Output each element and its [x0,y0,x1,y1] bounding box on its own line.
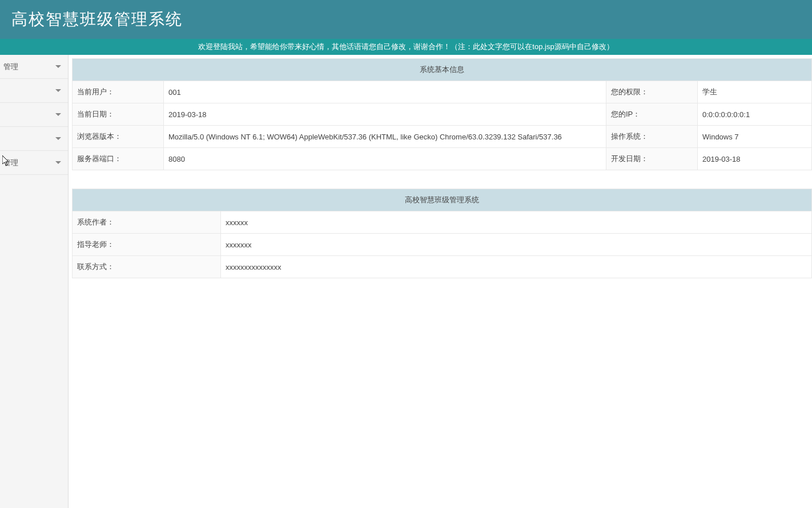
system-info-table: 系统基本信息 当前用户： 001 您的权限： 学生 当前日期： 2019-03-… [72,58,812,170]
info-label: 当前用户： [73,81,164,103]
header-sub: 欢迎登陆我站，希望能给你带来好心情，其他话语请您自己修改，谢谢合作！（注：此处文… [0,39,812,55]
table-row: 服务器端口： 8080 开发日期： 2019-03-18 [73,148,812,170]
info-value: xxxxxx [221,211,812,234]
sidebar-item-label: 管理 [3,62,18,72]
info-value: xxxxxxxxxxxxxxx [221,256,812,278]
sidebar-item-3[interactable] [0,127,68,151]
table-row: 联系方式： xxxxxxxxxxxxxxx [73,256,812,278]
header-main: 高校智慧班级管理系统 [0,0,812,39]
info-value: 2019-03-18 [698,148,812,170]
chevron-down-icon [55,113,61,116]
info-label: 服务器端口： [73,148,164,170]
sidebar-item-2[interactable] [0,103,68,127]
sidebar: 管理 管理 [0,55,69,508]
info-label: 您的权限： [606,81,698,103]
table-row: 浏览器版本： Mozilla/5.0 (Windows NT 6.1; WOW6… [73,126,812,148]
project-info-table: 高校智慧班级管理系统 系统作者： xxxxxx 指导老师： xxxxxxx 联系… [72,189,812,278]
info-label: 当前日期： [73,103,164,126]
table-row: 当前用户： 001 您的权限： 学生 [73,81,812,103]
sidebar-item-1[interactable] [0,79,68,103]
info-value: 学生 [698,81,812,103]
table-row: 当前日期： 2019-03-18 您的IP： 0:0:0:0:0:0:0:1 [73,103,812,126]
sidebar-item-0[interactable]: 管理 [0,55,68,79]
info-value: Windows 7 [698,126,812,148]
info-value: xxxxxxx [221,234,812,256]
info-value: Mozilla/5.0 (Windows NT 6.1; WOW64) Appl… [164,126,606,148]
info-value: 2019-03-18 [164,103,606,126]
chevron-down-icon [55,65,61,68]
project-info-header: 高校智慧班级管理系统 [73,189,812,211]
info-value: 8080 [164,148,606,170]
info-label: 联系方式： [73,256,221,278]
info-label: 浏览器版本： [73,126,164,148]
chevron-down-icon [55,89,61,92]
sidebar-item-label: 管理 [3,158,18,168]
info-label: 指导老师： [73,234,221,256]
system-info-header: 系统基本信息 [73,59,812,81]
main-content: 系统基本信息 当前用户： 001 您的权限： 学生 当前日期： 2019-03-… [69,55,812,508]
info-label: 开发日期： [606,148,698,170]
info-value: 0:0:0:0:0:0:0:1 [698,103,812,126]
welcome-text: 欢迎登陆我站，希望能给你带来好心情，其他话语请您自己修改，谢谢合作！（注：此处文… [198,42,613,52]
table-row: 系统作者： xxxxxx [73,211,812,234]
info-value: 001 [164,81,606,103]
info-label: 您的IP： [606,103,698,126]
info-label: 操作系统： [606,126,698,148]
chevron-down-icon [55,137,61,140]
info-label: 系统作者： [73,211,221,234]
content-wrapper: 管理 管理 系统基本信息 当前用户： 001 您的权限 [0,55,812,508]
table-row: 指导老师： xxxxxxx [73,234,812,256]
sidebar-item-4[interactable]: 管理 [0,151,68,175]
chevron-down-icon [55,161,61,164]
app-title: 高校智慧班级管理系统 [11,9,183,30]
